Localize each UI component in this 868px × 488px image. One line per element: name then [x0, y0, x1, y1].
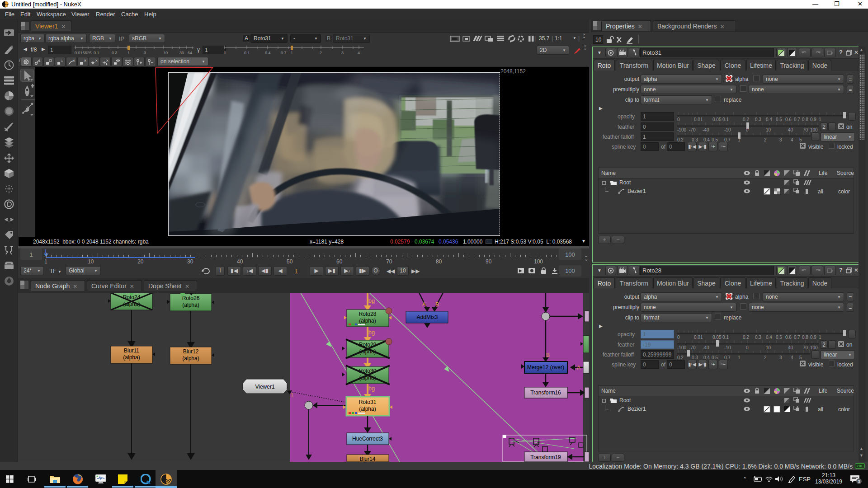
svg-text:70: 70 [386, 258, 392, 264]
svg-text:1: 1 [61, 59, 63, 62]
svg-text:0.3: 0.3 [112, 51, 118, 55]
svg-text:(alpha): (alpha) [359, 406, 376, 412]
svg-text:0: 0 [224, 51, 226, 55]
svg-text:100: 100 [810, 345, 818, 350]
svg-text:Blur11: Blur11 [124, 347, 139, 354]
svg-text:Roto26: Roto26 [182, 295, 200, 301]
svg-text:0.7: 0.7 [281, 51, 287, 55]
svg-text:0.1: 0.1 [244, 51, 250, 55]
svg-text:✕: ✕ [106, 59, 109, 63]
svg-text:0.2: 0.2 [677, 355, 684, 360]
svg-text:0.2: 0.2 [677, 137, 684, 142]
svg-text:Blur12: Blur12 [183, 348, 199, 355]
svg-text:all: all [818, 406, 823, 413]
svg-text:1: 1 [291, 392, 294, 399]
svg-text:Viewer1: Viewer1 [255, 384, 274, 390]
svg-text:1: 1 [291, 51, 293, 55]
svg-text:0.1: 0.1 [94, 51, 99, 55]
svg-text:AddMix3: AddMix3 [417, 314, 438, 320]
svg-text:1: 1 [738, 137, 741, 142]
svg-text:30: 30 [179, 51, 184, 55]
svg-text:100: 100 [534, 258, 543, 264]
svg-text:64: 64 [188, 51, 192, 55]
svg-text:30: 30 [187, 258, 193, 264]
svg-text:0.015625: 0.015625 [75, 51, 92, 55]
svg-text:50: 50 [287, 258, 293, 264]
svg-text:(alpha): (alpha) [123, 354, 140, 361]
svg-text:5: 5 [799, 355, 802, 360]
svg-text:Transform19: Transform19 [530, 454, 561, 460]
svg-text:bg: bg [368, 329, 375, 336]
svg-text:3: 3 [779, 137, 782, 142]
svg-text:Transform16: Transform16 [530, 389, 561, 396]
svg-text:3: 3 [858, 479, 860, 484]
svg-text:(alpha): (alpha) [359, 318, 376, 324]
svg-text:3: 3 [341, 51, 344, 55]
svg-text:Blur14: Blur14 [360, 456, 376, 462]
svg-text:Roto28: Roto28 [359, 311, 377, 317]
svg-text:90: 90 [486, 258, 492, 264]
svg-text:10: 10 [163, 51, 168, 55]
svg-text:80: 80 [436, 258, 442, 264]
svg-text:4: 4 [791, 355, 793, 360]
svg-text:2: 2 [764, 355, 767, 360]
svg-text:4: 4 [358, 51, 360, 55]
svg-text:1: 1 [738, 355, 741, 360]
svg-text:100: 100 [810, 127, 818, 132]
svg-text:A: A [422, 301, 426, 308]
svg-text:60: 60 [336, 258, 343, 264]
svg-text:0.4: 0.4 [265, 51, 271, 55]
svg-text:1: 1 [819, 117, 821, 122]
svg-text:3: 3 [779, 355, 782, 360]
svg-text:(alpha): (alpha) [182, 355, 199, 361]
svg-text:bg: bg [368, 385, 375, 392]
svg-text:2: 2 [764, 137, 767, 142]
svg-text:A: A [577, 365, 580, 371]
svg-text:10: 10 [88, 258, 94, 264]
svg-text:color: color [838, 188, 850, 195]
svg-text:color: color [838, 406, 850, 413]
svg-text:4: 4 [791, 137, 793, 142]
svg-text:1: 1 [44, 258, 47, 264]
svg-text:3: 3 [144, 51, 146, 55]
svg-text:✕: ✕ [72, 59, 75, 63]
svg-text:40: 40 [237, 258, 243, 264]
svg-text:5: 5 [799, 137, 802, 142]
svg-text:B: B [546, 352, 550, 358]
svg-text:Roto31: Roto31 [359, 399, 377, 405]
svg-text:20: 20 [137, 258, 144, 264]
svg-text:Merge12 (over): Merge12 (over) [527, 364, 564, 371]
svg-text:2: 2 [320, 51, 322, 55]
svg-text:1: 1 [819, 335, 821, 340]
svg-text:all: all [818, 188, 823, 195]
svg-text:✕: ✕ [84, 59, 87, 63]
svg-text:HueCorrect3: HueCorrect3 [352, 436, 383, 442]
svg-text:✕: ✕ [95, 59, 98, 63]
svg-text:B: B [435, 301, 439, 308]
svg-text:bg: bg [368, 297, 375, 304]
svg-text:(alpha): (alpha) [182, 302, 199, 308]
svg-text:1: 1 [127, 51, 130, 55]
